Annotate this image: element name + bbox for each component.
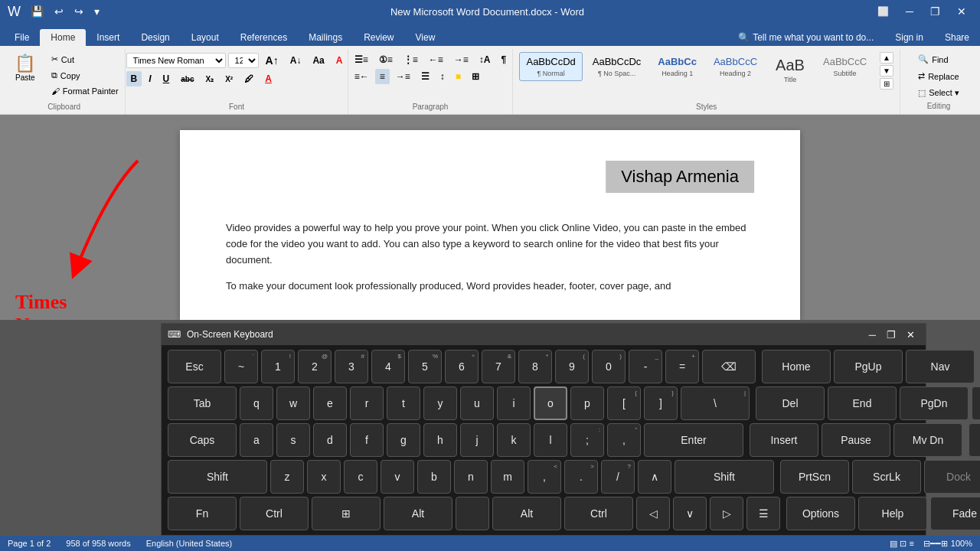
styles-scroll-up-button[interactable]: ▲ <box>880 52 893 64</box>
tab-design[interactable]: Design <box>130 29 180 46</box>
key-dock[interactable]: Dock <box>924 460 980 494</box>
key-pause[interactable]: Pause <box>822 423 890 457</box>
key-s[interactable]: s <box>276 423 310 457</box>
document-paragraph2[interactable]: To make your document look professionall… <box>226 279 754 295</box>
key-slash[interactable]: ?/ <box>601 460 635 494</box>
key-period[interactable]: >. <box>564 460 598 494</box>
key-y[interactable]: y <box>423 386 457 420</box>
key-arrow-right[interactable]: ▷ <box>710 497 743 530</box>
key-backspace[interactable]: ⌫ <box>702 350 756 383</box>
key-arrow-left[interactable]: ◁ <box>636 497 670 530</box>
font-size-select[interactable]: 12 <box>228 53 259 68</box>
show-formatting-button[interactable]: ¶ <box>497 52 511 67</box>
sort-button[interactable]: ↕A <box>475 52 495 67</box>
document-paragraph1[interactable]: Video provides a powerful way to help yo… <box>226 220 754 268</box>
key-2[interactable]: @2 <box>298 350 332 383</box>
format-painter-button[interactable]: 🖌 Format Painter <box>47 84 122 98</box>
key-backslash[interactable]: |\ <box>681 386 750 420</box>
minimize-button[interactable]: ─ <box>900 4 920 19</box>
key-6[interactable]: ^6 <box>445 350 479 383</box>
tab-review[interactable]: Review <box>353 29 404 46</box>
key-caps[interactable]: Caps <box>168 423 237 457</box>
key-end[interactable]: End <box>828 386 897 420</box>
key-x[interactable]: x <box>307 460 341 494</box>
style-heading2[interactable]: AaBbCcC Heading 2 <box>707 52 764 81</box>
find-button[interactable]: 🔍 Find <box>913 52 965 67</box>
subscript-button[interactable]: X₂ <box>201 73 219 86</box>
style-heading1[interactable]: AaBbCc Heading 1 <box>651 52 704 81</box>
key-enter[interactable]: Enter <box>644 423 743 457</box>
tab-home[interactable]: Home <box>40 29 86 46</box>
styles-more-button[interactable]: ⊞ <box>880 78 893 90</box>
key-up-arrow[interactable]: ∧ <box>638 460 671 494</box>
close-button[interactable]: ✕ <box>951 4 972 19</box>
key-1[interactable]: !1 <box>261 350 295 383</box>
key-0[interactable]: )0 <box>592 350 626 383</box>
key-8[interactable]: *8 <box>518 350 552 383</box>
cut-button[interactable]: ✂ Cut <box>47 52 122 67</box>
key-c[interactable]: c <box>344 460 377 494</box>
decrease-indent-button[interactable]: ←≡ <box>424 52 448 67</box>
sign-in-button[interactable]: Sign in <box>884 29 934 46</box>
key-shift-right[interactable]: Shift <box>675 460 774 494</box>
key-i[interactable]: i <box>497 386 531 420</box>
key-esc[interactable]: Esc <box>168 350 221 383</box>
key-m[interactable]: m <box>491 460 524 494</box>
key-semicolon[interactable]: :; <box>570 423 604 457</box>
style-normal[interactable]: AaBbCcDd ¶ Normal <box>519 52 582 81</box>
key-v[interactable]: v <box>381 460 414 494</box>
align-left-button[interactable]: ≡← <box>350 69 374 84</box>
key-menu[interactable]: ☰ <box>746 497 780 530</box>
change-case-button[interactable]: Aa <box>308 53 328 68</box>
align-right-button[interactable]: →≡ <box>391 69 415 84</box>
key-b[interactable]: b <box>417 460 451 494</box>
replace-button[interactable]: ⇄ Replace <box>913 69 965 83</box>
italic-button[interactable]: I <box>144 71 155 86</box>
redo-button[interactable]: ↪ <box>70 4 87 19</box>
key-g[interactable]: g <box>387 423 420 457</box>
style-title[interactable]: AaB Title <box>767 52 813 87</box>
key-fn[interactable]: Fn <box>168 497 237 530</box>
key-num1[interactable]: 1 <box>969 423 980 457</box>
key-alt-left[interactable]: Alt <box>384 497 452 530</box>
key-equals[interactable]: += <box>665 350 699 383</box>
key-options[interactable]: Options <box>786 497 855 530</box>
key-minus[interactable]: _- <box>629 350 662 383</box>
font-grow-button[interactable]: A↑ <box>261 52 283 69</box>
key-k[interactable]: k <box>497 423 531 457</box>
key-home[interactable]: Home <box>762 350 831 383</box>
key-alt-right[interactable]: Alt <box>492 497 561 530</box>
key-arrow-down[interactable]: ∨ <box>673 497 707 530</box>
key-l[interactable]: l <box>534 423 567 457</box>
key-comma-row3[interactable]: ", <box>607 423 641 457</box>
key-z[interactable]: z <box>270 460 304 494</box>
undo-button[interactable]: ↩ <box>51 4 67 19</box>
key-p[interactable]: p <box>570 386 604 420</box>
key-pgdn[interactable]: PgDn <box>900 386 969 420</box>
key-u[interactable]: u <box>460 386 494 420</box>
key-a[interactable]: a <box>240 423 273 457</box>
key-del[interactable]: Del <box>756 386 825 420</box>
key-d[interactable]: d <box>313 423 347 457</box>
key-space[interactable] <box>456 497 489 530</box>
line-spacing-button[interactable]: ↕ <box>436 69 449 84</box>
key-comma[interactable]: <, <box>528 460 561 494</box>
key-mv-dn[interactable]: Mv Dn <box>893 423 962 457</box>
key-pgup[interactable]: PgUp <box>834 350 903 383</box>
key-5[interactable]: %5 <box>408 350 442 383</box>
tab-mailings[interactable]: Mailings <box>298 29 353 46</box>
paste-button[interactable]: 📋 Paste <box>6 52 44 85</box>
tell-me-search[interactable]: 🔍 Tell me what you want to do... <box>727 29 884 46</box>
shading-button[interactable]: ■ <box>451 69 466 84</box>
quick-access-more-button[interactable]: ▾ <box>90 4 103 19</box>
key-7[interactable]: &7 <box>482 350 515 383</box>
key-help[interactable]: Help <box>858 497 927 530</box>
text-highlight-button[interactable]: 🖊 <box>240 71 258 86</box>
zoom-control[interactable]: ⊟━━⊞ 100% <box>923 539 972 549</box>
keyboard-close-button[interactable]: ✕ <box>902 328 920 342</box>
maximize-button[interactable]: ❐ <box>924 4 946 19</box>
key-backtick[interactable]: `~ <box>224 350 258 383</box>
key-mv-up[interactable]: Mv Up <box>972 386 980 420</box>
key-h[interactable]: h <box>423 423 457 457</box>
align-center-button[interactable]: ≡ <box>375 69 390 84</box>
